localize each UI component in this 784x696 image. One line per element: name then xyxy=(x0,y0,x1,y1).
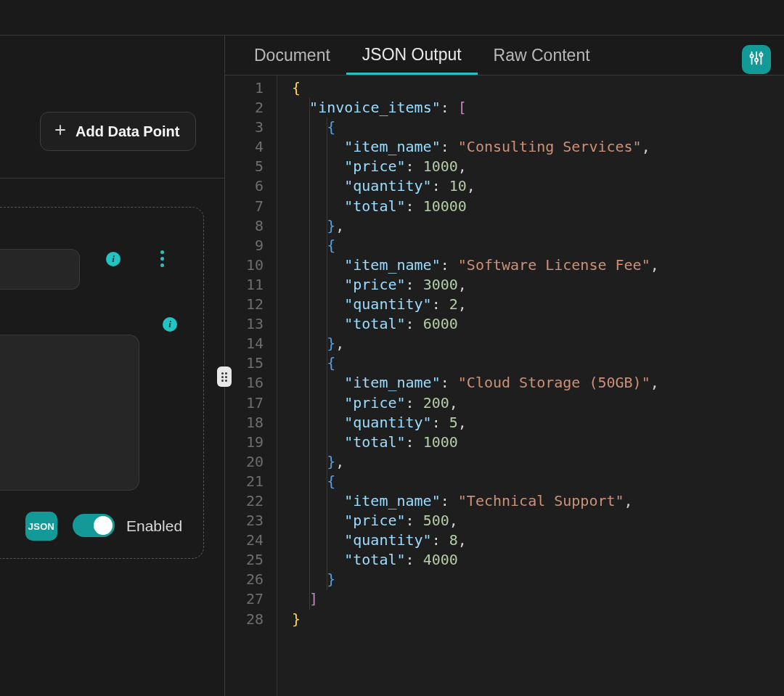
data-point-textarea[interactable] xyxy=(0,335,139,491)
tab-json-output[interactable]: JSON Output xyxy=(346,36,478,75)
enabled-toggle[interactable] xyxy=(73,514,115,537)
info-icon[interactable]: i xyxy=(106,252,121,266)
code-content: { "invoice_items": [ { "item_name": "Con… xyxy=(277,75,784,629)
line-number-gutter: 1234567891011121314151617181920212223242… xyxy=(225,75,277,696)
json-badge: JSON xyxy=(25,512,57,541)
panel-drag-handle[interactable] xyxy=(217,367,232,387)
plus-icon xyxy=(54,123,67,140)
add-data-point-button[interactable]: Add Data Point xyxy=(40,112,196,151)
tab-raw-content[interactable]: Raw Content xyxy=(478,36,606,75)
info-icon[interactable]: i xyxy=(163,317,177,332)
code-editor[interactable]: 1234567891011121314151617181920212223242… xyxy=(225,75,784,696)
enabled-label: Enabled xyxy=(126,517,182,535)
add-data-point-label: Add Data Point xyxy=(75,123,179,140)
tab-document[interactable]: Document xyxy=(238,36,346,75)
tab-bar: Document JSON Output Raw Content xyxy=(225,36,784,75)
data-point-field-input[interactable] xyxy=(0,249,80,290)
kebab-menu-icon[interactable] xyxy=(155,248,169,269)
